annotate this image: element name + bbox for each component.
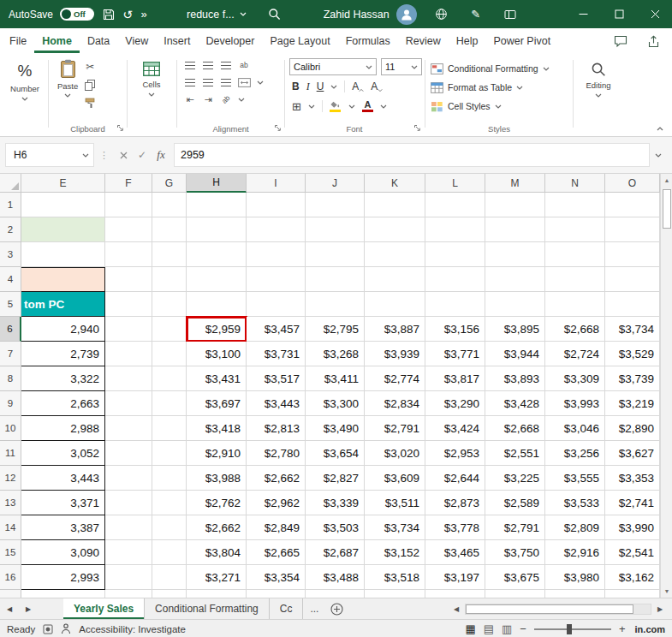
cell-J4[interactable] (306, 267, 365, 292)
row-header-13[interactable]: 13 (0, 491, 21, 515)
cell-G5[interactable] (152, 292, 187, 317)
tab-data[interactable]: Data (80, 28, 117, 53)
cell-L5[interactable] (425, 292, 485, 317)
column-header-n[interactable]: N (545, 174, 605, 193)
cell-I11[interactable]: $2,780 (247, 441, 306, 466)
cell-I9[interactable]: $3,443 (247, 391, 306, 416)
hscroll-left-icon[interactable]: ◀ (449, 605, 463, 613)
column-header-e[interactable]: E (21, 174, 105, 193)
tab-view[interactable]: View (117, 28, 156, 53)
more-sheets[interactable]: ... (303, 598, 325, 619)
format-as-table-button[interactable]: Format as Table (427, 78, 571, 97)
cell-N3[interactable] (545, 242, 605, 267)
row-header-12[interactable]: 12 (0, 466, 21, 491)
accessibility-status[interactable]: Accessibility: Investigate (79, 624, 186, 634)
cell-F4[interactable] (105, 267, 152, 292)
cell-L2[interactable] (425, 217, 485, 242)
cell-I4[interactable] (247, 267, 306, 292)
column-header-k[interactable]: K (365, 174, 425, 193)
cell-J12[interactable]: $2,827 (306, 466, 365, 491)
increase-font-size-button[interactable]: A (352, 81, 364, 92)
cell-K7[interactable]: $3,939 (365, 342, 425, 366)
cell-I6[interactable]: $3,457 (247, 317, 306, 342)
cell-O13[interactable]: $2,741 (605, 491, 660, 515)
cell-N9[interactable]: $3,993 (545, 391, 605, 416)
cell-K6[interactable]: $3,887 (365, 317, 425, 342)
cell-H16[interactable]: $3,271 (187, 565, 247, 590)
select-all-corner[interactable] (0, 174, 21, 193)
cell-M17[interactable] (485, 590, 545, 598)
undo-icon[interactable]: ↺ (118, 4, 137, 25)
cell-E3[interactable] (21, 242, 105, 267)
cell-O1[interactable] (605, 193, 660, 217)
decrease-font-size-button[interactable]: A (371, 81, 383, 92)
wrap-text-icon[interactable]: ab (238, 59, 250, 72)
tab-insert[interactable]: Insert (156, 28, 198, 53)
cell-L4[interactable] (425, 267, 485, 292)
cell-E6[interactable]: 2,940 (21, 317, 105, 342)
align-right-icon[interactable] (220, 76, 232, 89)
cell-I7[interactable]: $3,731 (247, 342, 306, 366)
cell-M15[interactable]: $3,750 (485, 540, 545, 565)
cell-F3[interactable] (105, 242, 152, 267)
cell-M6[interactable]: $3,895 (485, 317, 545, 342)
cell-G11[interactable] (152, 441, 187, 466)
zoom-knob[interactable] (567, 624, 572, 634)
underline-button[interactable]: U (317, 81, 324, 92)
share-icon[interactable] (643, 32, 663, 51)
cell-H2[interactable] (187, 217, 247, 242)
cell-K9[interactable]: $2,834 (365, 391, 425, 416)
cell-K10[interactable]: $2,791 (365, 416, 425, 441)
cell-J11[interactable]: $3,654 (306, 441, 365, 466)
borders-icon[interactable]: ⊞ (292, 101, 301, 112)
cell-F6[interactable] (105, 317, 152, 342)
cell-H4[interactable] (187, 267, 247, 292)
cell-O7[interactable]: $3,529 (605, 342, 660, 366)
cell-M9[interactable]: $3,428 (485, 391, 545, 416)
cell-J1[interactable] (306, 193, 365, 217)
comment-icon[interactable] (610, 32, 631, 51)
cell-K4[interactable] (365, 267, 425, 292)
tab-file[interactable]: File (2, 28, 34, 53)
quick-access-overflow-icon[interactable]: » (137, 4, 151, 25)
window-layout-icon[interactable] (501, 4, 520, 25)
cell-N11[interactable]: $3,256 (545, 441, 605, 466)
number-format-button[interactable]: % Number (5, 56, 45, 135)
conditional-formatting-button[interactable]: Conditional Formatting (427, 59, 571, 78)
cell-O10[interactable]: $2,890 (605, 416, 660, 441)
cell-I16[interactable]: $3,354 (247, 565, 306, 590)
document-title[interactable]: reduce f... (187, 9, 247, 21)
merge-center-icon[interactable] (238, 76, 251, 89)
cell-H9[interactable]: $3,697 (187, 391, 247, 416)
row-header-17[interactable]: 17 (0, 590, 21, 598)
cell-O14[interactable]: $3,990 (605, 515, 660, 540)
row-header-4[interactable]: 4 (0, 267, 21, 292)
clipboard-dialog-launcher[interactable] (116, 124, 124, 132)
cell-O3[interactable] (605, 242, 660, 267)
sheet-nav-left-icon[interactable]: ◀ (0, 598, 19, 619)
cell-O8[interactable]: $3,739 (605, 366, 660, 391)
cell-E1[interactable] (21, 193, 105, 217)
cell-I12[interactable]: $2,662 (247, 466, 306, 491)
cell-L12[interactable]: $2,644 (425, 466, 485, 491)
cell-H11[interactable]: $2,910 (187, 441, 247, 466)
sheet-tab-yearly-sales[interactable]: Yearly Sales (63, 598, 145, 619)
column-header-o[interactable]: O (605, 174, 660, 193)
bold-button[interactable]: B (292, 81, 300, 92)
autosave-toggle[interactable]: Off (60, 8, 94, 21)
cell-G8[interactable] (152, 366, 187, 391)
cell-F9[interactable] (105, 391, 152, 416)
cell-K17[interactable] (365, 590, 425, 598)
cell-G16[interactable] (152, 565, 187, 590)
cell-I1[interactable] (247, 193, 306, 217)
cell-I3[interactable] (247, 242, 306, 267)
cell-H6[interactable]: $2,959 (187, 317, 247, 342)
cell-J5[interactable] (306, 292, 365, 317)
cell-J15[interactable]: $2,687 (306, 540, 365, 565)
cell-F2[interactable] (105, 217, 152, 242)
cell-J13[interactable]: $3,339 (306, 491, 365, 515)
cell-O15[interactable]: $2,541 (605, 540, 660, 565)
cell-L17[interactable] (425, 590, 485, 598)
column-header-i[interactable]: I (247, 174, 306, 193)
enter-icon[interactable]: ✓ (133, 144, 152, 166)
